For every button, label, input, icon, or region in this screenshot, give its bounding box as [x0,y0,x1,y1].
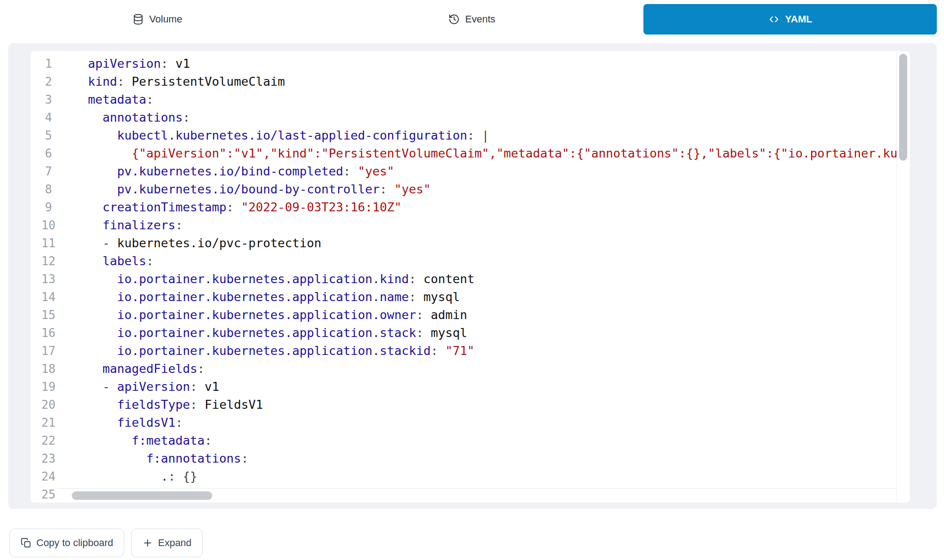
tab-events[interactable]: Events [315,0,629,39]
line-number: 23 [31,450,66,468]
tab-label-volume: Volume [149,13,182,25]
database-icon [132,13,144,25]
line-number: 17 [31,342,66,360]
editor-actions: Copy to clipboard Expand [9,529,203,557]
code-line: fieldsType: FieldsV1 [88,396,896,414]
line-number: 20 [31,396,66,414]
code-line: kind: PersistentVolumeClaim [88,73,896,91]
line-number: 12 [31,252,66,270]
code-line: kubectl.kubernetes.io/last-applied-confi… [88,127,896,144]
code-line: io.portainer.kubernetes.application.stac… [88,324,896,342]
line-number: 10 [31,216,66,234]
scrollbar-divider-horizontal [57,488,896,489]
code-line: {"apiVersion":"v1","kind":"PersistentVol… [88,144,896,162]
code-line: pv.kubernetes.io/bound-by-controller: "y… [88,180,896,198]
line-number: 11 [31,234,66,252]
line-number: 8 [31,180,66,198]
code-line: managedFields: [88,360,896,378]
line-number: 16 [31,324,66,342]
expand-button[interactable]: Expand [131,529,203,557]
line-number: 4 [31,109,66,127]
line-number: 24 [31,468,66,486]
code-line: io.portainer.kubernetes.application.stac… [88,342,896,360]
detail-tabbar: Volume Events YAML [0,0,944,39]
plus-icon [142,538,153,548]
code-icon [768,13,780,25]
line-number: 14 [31,288,66,306]
code-line: - apiVersion: v1 [88,378,896,396]
line-number: 18 [31,360,66,378]
code-line: labels: [88,252,896,270]
vertical-scrollbar-thumb[interactable] [899,54,907,161]
history-icon [448,13,460,25]
code-line: io.portainer.kubernetes.application.owne… [88,306,896,324]
code-line: metadata: [88,91,896,109]
copy-icon [21,538,31,548]
yaml-editor[interactable]: 1234567891011121314151617181920212223242… [31,51,910,503]
code-line: .: {} [88,468,896,486]
line-number: 6 [31,144,66,162]
line-number: 19 [31,378,66,396]
line-number: 1 [31,55,66,73]
line-number: 3 [31,91,66,109]
line-number: 5 [31,127,66,144]
tab-label-events: Events [465,13,495,25]
code-line: pv.kubernetes.io/bind-completed: "yes" [88,162,896,180]
line-number: 15 [31,306,66,324]
code-line: f:annotations: [88,450,896,468]
line-number: 2 [31,73,66,91]
code-line: annotations: [88,109,896,127]
code-line: io.portainer.kubernetes.application.kind… [88,270,896,288]
code-line: creationTimestamp: "2022-09-03T23:16:10Z… [88,198,896,216]
code-line: apiVersion: v1 [88,55,896,73]
line-number: 22 [31,432,66,450]
code-line: io.portainer.kubernetes.application.name… [88,288,896,306]
tab-label-yaml: YAML [785,13,812,25]
yaml-panel: 1234567891011121314151617181920212223242… [8,43,937,509]
line-numbers: 1234567891011121314151617181920212223242… [31,55,66,503]
copy-button-label: Copy to clipboard [36,537,113,549]
scrollbar-divider-vertical [896,51,897,503]
code-line: - kubernetes.io/pvc-protection [88,234,896,252]
horizontal-scrollbar-thumb[interactable] [72,491,212,500]
code-line: f:metadata: [88,432,896,450]
line-number: 13 [31,270,66,288]
line-number: 9 [31,198,66,216]
line-number: 21 [31,414,66,432]
code-line: fieldsV1: [88,414,896,432]
line-number: 7 [31,162,66,180]
copy-to-clipboard-button[interactable]: Copy to clipboard [9,529,124,557]
expand-button-label: Expand [158,537,192,549]
yaml-code-content: apiVersion: v1kind: PersistentVolumeClai… [88,55,896,499]
tab-yaml[interactable]: YAML [643,4,937,35]
tab-volume[interactable]: Volume [0,0,315,39]
code-line: finalizers: [88,216,896,234]
